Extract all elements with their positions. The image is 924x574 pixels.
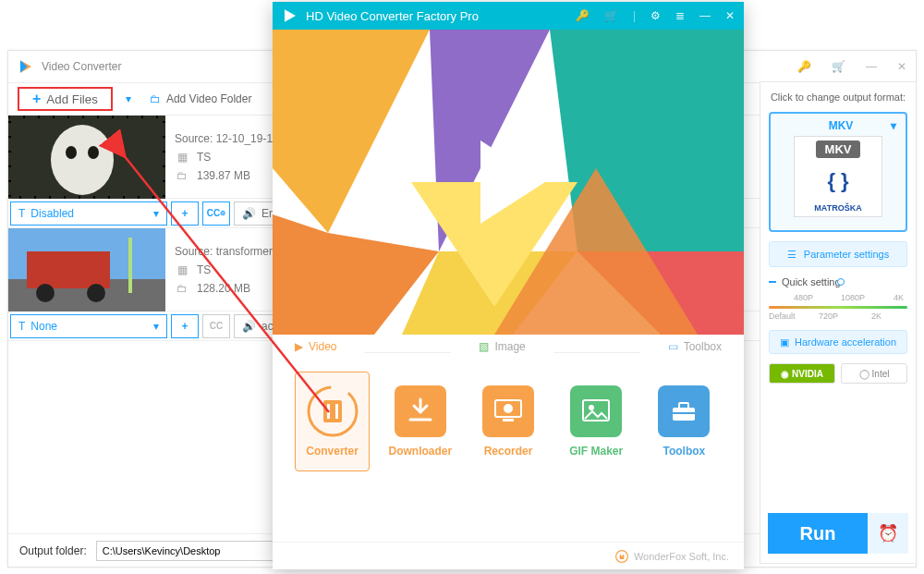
add-subtitle-button[interactable]: +	[171, 314, 199, 338]
matroska-braces-icon: { }	[827, 169, 848, 193]
tick-720p: 720P	[819, 311, 838, 321]
plus-icon: +	[32, 92, 41, 106]
output-format-button[interactable]: MKV ▾ MKV { } MATROŠKA	[769, 112, 907, 232]
subtitle-value: Disabled	[30, 207, 74, 220]
svg-point-8	[36, 284, 55, 302]
format-card: MKV { } MATROŠKA	[794, 136, 882, 217]
window-title: Video Converter	[42, 60, 122, 73]
list-icon[interactable]: ≣	[675, 9, 685, 22]
svg-rect-30	[673, 412, 695, 414]
image-icon: ▧	[479, 340, 489, 353]
parameter-settings-button[interactable]: ☰ Parameter settings	[769, 241, 907, 267]
speaker-icon: 🔊	[242, 207, 256, 220]
format-brand: MATROŠKA	[814, 203, 861, 213]
tile-downloader[interactable]: Downloader	[383, 372, 457, 471]
tick-4k: 4K	[894, 293, 904, 302]
chevron-down-icon: ▾	[153, 207, 159, 220]
schedule-button[interactable]: ⏰	[868, 513, 908, 554]
tick-default: Default	[769, 311, 796, 321]
subtitle-value: None	[30, 320, 57, 333]
minimize-icon[interactable]: —	[866, 60, 877, 73]
tick-2k: 2K	[871, 311, 881, 321]
tick-1080p: 1080P	[841, 293, 865, 302]
size-icon: 🗀	[175, 282, 189, 295]
svg-point-2	[66, 146, 77, 159]
add-files-dropdown-icon[interactable]: ▾	[118, 92, 139, 105]
tile-recorder[interactable]: Recorder	[470, 372, 545, 471]
toolbox-icon: ▭	[668, 340, 678, 353]
close-icon[interactable]: ✕	[725, 9, 735, 22]
close-icon[interactable]: ✕	[897, 60, 906, 73]
output-label: Output folder:	[19, 544, 87, 557]
tab-image[interactable]: ▧Image	[479, 340, 525, 359]
add-subtitle-button[interactable]: +	[171, 202, 199, 226]
subtitle-t-icon: T	[18, 207, 25, 220]
format-chip: MKV	[816, 140, 861, 158]
svg-point-24	[504, 404, 513, 413]
svg-rect-20	[323, 400, 342, 422]
size-icon: 🗀	[175, 169, 189, 182]
hd-vcf-pro-window: HD Video Converter Factory Pro 🔑 🛒 | ⚙ ≣…	[273, 2, 744, 569]
svg-point-3	[88, 146, 99, 159]
source-label: Source: transformers_	[175, 245, 285, 258]
tab-video[interactable]: ▶Video	[295, 340, 336, 359]
app-logo-icon	[18, 58, 34, 75]
video-thumbnail[interactable]	[8, 228, 165, 311]
gear-icon[interactable]: ⚙	[650, 9, 661, 22]
key-icon[interactable]: 🔑	[797, 60, 811, 73]
chip-icon: ▣	[780, 336, 789, 348]
nvidia-badge[interactable]: ◉NVIDIA	[769, 363, 835, 384]
svg-rect-10	[128, 238, 132, 293]
intel-badge[interactable]: ◯Intel	[841, 363, 907, 384]
svg-marker-11	[273, 30, 430, 233]
add-files-label: Add Files	[46, 92, 98, 106]
tile-toolbox[interactable]: Toolbox	[647, 372, 722, 471]
hardware-acceleration-button[interactable]: ▣ Hardware acceleration	[769, 330, 907, 354]
param-label: Parameter settings	[804, 249, 889, 260]
quick-setting-label: Quick setting	[769, 276, 907, 287]
cc-button: CC	[202, 314, 230, 338]
svg-rect-25	[503, 419, 514, 421]
sliders-icon: ☰	[787, 249, 796, 261]
add-folder-button[interactable]: 🗀 Add Video Folder	[139, 87, 263, 111]
subtitle-t-icon: T	[18, 320, 25, 333]
format-value: TS	[197, 151, 211, 164]
video-thumbnail[interactable]	[8, 116, 165, 199]
cart-icon[interactable]: 🛒	[832, 60, 845, 73]
minimize-icon[interactable]: —	[699, 9, 711, 22]
chevron-down-icon: ▾	[153, 320, 159, 333]
add-files-button[interactable]: + Add Files	[18, 87, 113, 111]
cart-icon[interactable]: 🛒	[604, 9, 618, 22]
svg-point-27	[589, 405, 594, 410]
chevron-down-icon: ▾	[891, 119, 896, 132]
svg-point-1	[51, 125, 114, 195]
quick-setting-slider[interactable]: 480P 1080P 4K Default 720P 2K	[769, 293, 907, 321]
subtitle-dropdown[interactable]: T None ▾	[10, 314, 167, 338]
cc-button[interactable]: CC⚙	[202, 202, 230, 226]
front-footer: WonderFox Soft, Inc.	[273, 542, 744, 569]
tab-toolbox[interactable]: ▭Toolbox	[668, 340, 722, 359]
front-title: HD Video Converter Factory Pro	[306, 9, 479, 23]
video-icon: ▶	[295, 340, 303, 353]
tool-grid: Converter Downloader Recorder GIF Maker	[273, 359, 744, 542]
svg-rect-29	[679, 403, 688, 409]
front-titlebar: HD Video Converter Factory Pro 🔑 🛒 | ⚙ ≣…	[273, 2, 744, 30]
front-logo-icon	[282, 7, 298, 24]
format-short: MKV	[829, 119, 854, 132]
folder-icon: 🗀	[150, 92, 161, 105]
hw-label: Hardware acceleration	[795, 336, 896, 348]
tile-gif-maker[interactable]: GIF Maker	[559, 372, 634, 471]
svg-rect-7	[27, 251, 110, 288]
output-panel: Click to change output format: MKV ▾ MKV…	[760, 81, 917, 564]
footer-text: WonderFox Soft, Inc.	[634, 551, 729, 562]
subtitle-dropdown[interactable]: T Disabled ▾	[10, 202, 167, 226]
source-label: Source: 12-10_19-18-5	[175, 132, 288, 145]
format-value: TS	[197, 263, 211, 276]
quick-setting: Quick setting 480P 1080P 4K Default 720P…	[769, 276, 907, 321]
size-value: 128.20 MB	[197, 282, 250, 295]
run-button[interactable]: Run	[768, 513, 868, 554]
size-value: 139.87 MB	[197, 169, 250, 182]
tile-converter[interactable]: Converter	[295, 372, 370, 471]
category-tabs: ▶Video ▧Image ▭Toolbox	[273, 335, 744, 359]
key-icon[interactable]: 🔑	[576, 9, 590, 22]
